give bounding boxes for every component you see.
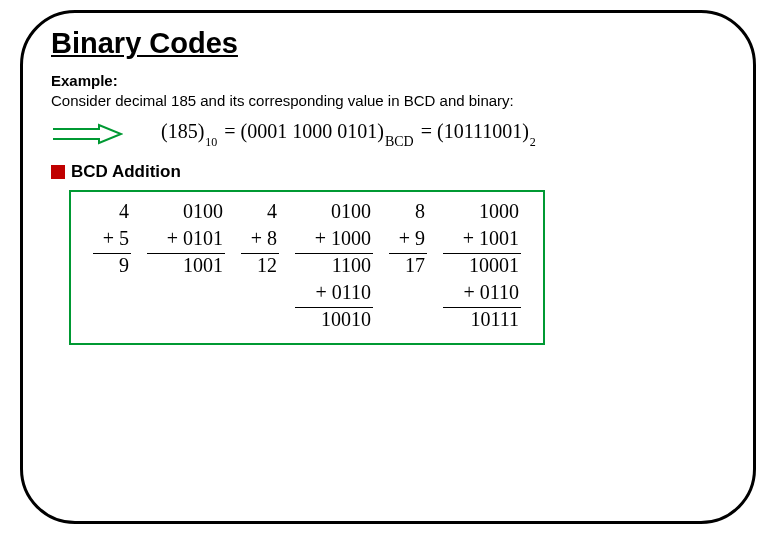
- table-row: 4 0100 4 0100 8 1000: [85, 198, 529, 225]
- cell: + 8: [233, 225, 287, 252]
- cell: [233, 279, 287, 306]
- bcd-addition-box: 4 0100 4 0100 8 1000 + 5 + 0101 + 8 + 10…: [69, 190, 545, 345]
- cell: [233, 306, 287, 333]
- slide-frame: Binary Codes Example: Consider decimal 1…: [20, 10, 756, 524]
- cell: 1001: [139, 252, 233, 279]
- equation-row: (185)10 = (0001 1000 0101)BCD = (1011100…: [51, 121, 725, 146]
- bcd-addition-table: 4 0100 4 0100 8 1000 + 5 + 0101 + 8 + 10…: [85, 198, 529, 333]
- cell: 4: [85, 198, 139, 225]
- cell: 10010: [287, 306, 381, 333]
- cell: [139, 279, 233, 306]
- section-label: BCD Addition: [71, 162, 181, 182]
- cell: [139, 306, 233, 333]
- bullet-square-icon: [51, 165, 65, 179]
- cell: + 0110: [435, 279, 529, 306]
- eq-lhs: (185): [161, 120, 204, 142]
- table-row: 10010 10111: [85, 306, 529, 333]
- equation: (185)10 = (0001 1000 0101)BCD = (1011100…: [161, 121, 538, 146]
- cell: 12: [233, 252, 287, 279]
- cell: 10111: [435, 306, 529, 333]
- eq-mid-sub: BCD: [384, 134, 416, 149]
- eq-eq2: =: [416, 120, 437, 142]
- cell: 1000: [435, 198, 529, 225]
- cell: 9: [85, 252, 139, 279]
- cell: + 5: [85, 225, 139, 252]
- cell: [85, 279, 139, 306]
- cell: + 0110: [287, 279, 381, 306]
- table-row: + 5 + 0101 + 8 + 1000 + 9 + 1001: [85, 225, 529, 252]
- eq-mid: (0001 1000 0101): [241, 120, 384, 142]
- cell: 0100: [139, 198, 233, 225]
- eq-rhs-sub: 2: [529, 135, 538, 149]
- example-text: Consider decimal 185 and its correspondi…: [51, 92, 725, 109]
- page-title: Binary Codes: [51, 27, 725, 60]
- arrow-right-icon: [51, 123, 123, 145]
- cell: [381, 279, 435, 306]
- cell: 0100: [287, 198, 381, 225]
- cell: + 1001: [435, 225, 529, 252]
- eq-rhs: (10111001): [437, 120, 529, 142]
- eq-lhs-sub: 10: [204, 135, 219, 149]
- section-row: BCD Addition: [51, 162, 725, 182]
- table-row: + 0110 + 0110: [85, 279, 529, 306]
- cell: 1100: [287, 252, 381, 279]
- cell: [381, 306, 435, 333]
- cell: + 1000: [287, 225, 381, 252]
- cell: [85, 306, 139, 333]
- eq-eq1: =: [219, 120, 240, 142]
- cell: 17: [381, 252, 435, 279]
- cell: 4: [233, 198, 287, 225]
- cell: + 9: [381, 225, 435, 252]
- cell: 10001: [435, 252, 529, 279]
- cell: 8: [381, 198, 435, 225]
- table-row: 9 1001 12 1100 17 10001: [85, 252, 529, 279]
- cell: + 0101: [139, 225, 233, 252]
- example-label: Example:: [51, 72, 725, 89]
